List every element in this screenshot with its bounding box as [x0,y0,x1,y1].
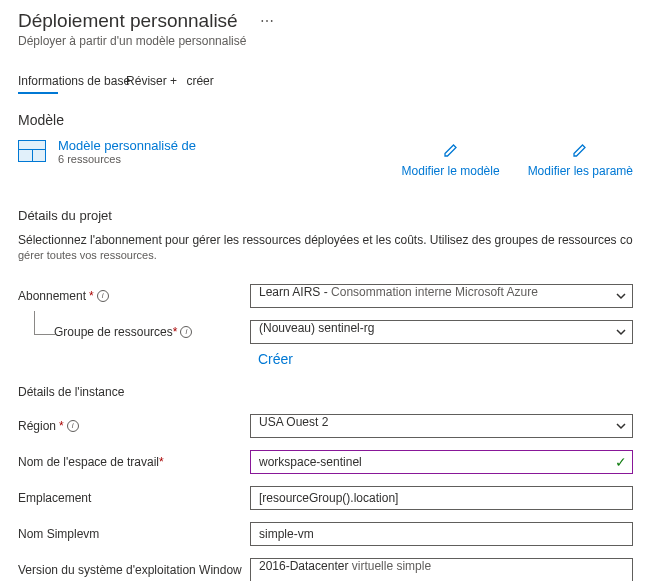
more-menu-icon[interactable]: ⋯ [256,13,278,29]
os-version-label: Version du système d'exploitation Window [18,563,250,577]
tab-basics[interactable]: Informations de base [18,74,130,94]
required-asterisk: * [89,289,94,303]
tab-review[interactable]: Réviser + créer [126,74,214,94]
required-asterisk: * [173,325,178,339]
subscription-select[interactable]: Learn AIRS - Consommation interne Micros… [250,284,633,308]
resource-group-select[interactable]: (Nouveau) sentinel-rg [250,320,633,344]
info-icon[interactable]: i [67,420,79,432]
os-version-suffix: virtuelle simple [348,559,431,573]
os-version-value: 2016-Datacenter [259,559,348,573]
tab-review-suffix: créer [186,74,213,88]
template-tile-icon [18,140,46,162]
info-icon[interactable]: i [180,326,192,338]
page-title: Déploiement personnalisé [18,10,238,32]
resource-group-label-text: Groupe de ressources [54,325,173,339]
workspace-name-label: Nom de l'espace de travail * [18,455,250,469]
tree-line [34,311,56,335]
location-label: Emplacement [18,491,250,505]
required-asterisk: * [59,419,64,433]
template-heading: Modèle [18,112,633,128]
workspace-name-input[interactable] [250,450,633,474]
os-version-label-text: Version du système d'exploitation Window [18,563,242,577]
region-label: Région * i [18,419,250,433]
pencil-icon [528,142,633,162]
subscription-value-prefix: Learn AIRS - [259,285,331,299]
required-asterisk: * [159,455,164,469]
template-resources-count: 6 ressources [58,153,196,165]
region-select[interactable]: USA Ouest 2 [250,414,633,438]
subscription-value-suffix: Consommation interne Microsoft Azure [331,285,538,299]
project-description: Sélectionnez l'abonnement pour gérer les… [18,233,633,247]
page-subtitle: Déployer à partir d'un modèle personnali… [18,34,633,48]
edit-parameters-button[interactable]: Modifier les paramè [528,142,633,178]
edit-template-label: Modifier le modèle [402,164,500,178]
resource-group-value: (Nouveau) sentinel-rg [259,321,374,335]
subscription-label-text: Abonnement [18,289,86,303]
simplevm-name-input[interactable] [250,522,633,546]
simplevm-name-label: Nom Simplevm [18,527,250,541]
pencil-icon [402,142,500,162]
subscription-label: Abonnement * i [18,289,250,303]
os-version-select[interactable]: 2016-Datacenter virtuelle simple [250,558,633,581]
template-link[interactable]: Modèle personnalisé de [58,138,196,153]
location-input[interactable] [250,486,633,510]
region-value: USA Ouest 2 [259,415,328,429]
project-description-sub: gérer toutes vos ressources. [18,249,633,261]
info-icon[interactable]: i [97,290,109,302]
instance-details-heading: Détails de l'instance [18,385,633,399]
create-new-link[interactable]: Créer [258,351,633,367]
workspace-name-label-text: Nom de l'espace de travail [18,455,159,469]
edit-parameters-label: Modifier les paramè [528,164,633,178]
tabs: Informations de base Réviser + créer [18,74,633,94]
project-details-heading: Détails du projet [18,208,633,223]
tab-review-prefix: Réviser + [126,74,177,88]
region-label-text: Région [18,419,56,433]
edit-template-button[interactable]: Modifier le modèle [402,142,500,178]
